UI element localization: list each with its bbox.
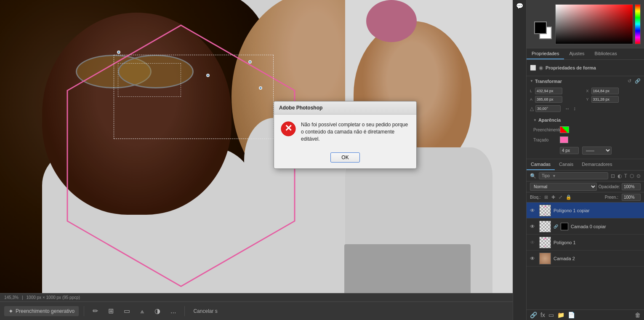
X-input[interactable] — [591, 88, 619, 94]
comment-icon[interactable]: 💬 — [516, 3, 523, 9]
transform-label: Transformar — [535, 79, 562, 84]
L-label: L — [530, 89, 534, 93]
lock-label: Bloq.: — [530, 195, 541, 200]
visibility-icon[interactable]: 👁 — [530, 224, 537, 229]
stroke-label: Traçado — [533, 138, 556, 142]
L-input[interactable] — [535, 88, 562, 94]
filter-chevron: ▼ — [552, 174, 556, 178]
hue-slider[interactable] — [635, 4, 641, 44]
Y-label: Y — [586, 97, 591, 101]
fill-row: Preenchimento — [530, 125, 641, 135]
appearance-header[interactable]: ▼ Aparência — [530, 115, 641, 125]
X-label: X — [586, 89, 591, 93]
lock-row: Bloq.: ⊞ ✚ ⤢ 🔒 Preen.: — [527, 192, 644, 203]
layer-thumbnail — [539, 221, 551, 232]
angle-row: △ ↔ ↕ — [527, 104, 644, 113]
layer-name: Polígono 1 copiar — [554, 208, 641, 213]
stroke-swatch[interactable] — [560, 136, 568, 143]
layers-toolbar: 🔍 Tipo ▼ ⊡ ◐ T ⬡ ⊙ — [527, 171, 644, 181]
visibility-icon[interactable]: 👁 — [530, 240, 537, 245]
filter-label: Tipo — [542, 173, 550, 178]
layer-item[interactable]: 👁 🔗 Camada 0 copiar — [527, 219, 644, 235]
transform-X-cell: X — [586, 88, 641, 94]
layer-type-icon[interactable]: T — [624, 173, 627, 179]
fill-swatch[interactable] — [560, 126, 569, 133]
ok-button[interactable]: OK — [330, 152, 360, 163]
layer-adjust-icon[interactable]: ◐ — [617, 173, 622, 179]
reset-transform-icon[interactable]: ↺ — [628, 78, 631, 84]
Y-input[interactable] — [591, 96, 619, 103]
angle-input[interactable] — [535, 105, 561, 112]
transform-section: ▼ Transformar ↺ 🔗 L X A — [527, 76, 644, 113]
transform-L-cell: L — [530, 88, 585, 94]
layer-shape-icon[interactable]: ⬡ — [630, 173, 634, 179]
svg-text:✕: ✕ — [285, 123, 292, 133]
A-input[interactable] — [535, 96, 562, 103]
stroke-row: Traçado — [530, 135, 641, 145]
properties-header-row: ⬜ ◉ Propriedades de forma — [530, 63, 641, 72]
canvas-area: ✦ Preenchimento generativo ✏ ⊞ ▭ ⟁ ◑ ...… — [0, 0, 513, 320]
add-fx-button[interactable]: fx — [540, 312, 545, 318]
tab-layers[interactable]: Camadas — [527, 159, 555, 170]
layer-thumbnail — [539, 237, 551, 248]
transform-Y-cell: Y — [586, 96, 641, 103]
tab-adjustments[interactable]: Ajustes — [564, 48, 589, 59]
layer-smart-icon[interactable]: ⊙ — [636, 173, 641, 179]
camera-icon: ◉ — [539, 65, 543, 71]
flip-v-icon[interactable]: ↕ — [573, 106, 576, 112]
icon-strip: 💬 — [513, 0, 526, 320]
layer-item[interactable]: 👁 Polígono 1 — [527, 235, 644, 251]
transform-header[interactable]: ▼ Transformar ↺ 🔗 — [527, 76, 644, 86]
tab-libraries[interactable]: Bibliotecas — [590, 48, 622, 59]
lock-pixels-icon[interactable]: ⊞ — [544, 195, 548, 200]
layer-name: Polígono 1 — [554, 240, 641, 245]
transform-A-cell: A — [530, 96, 585, 103]
layers-list: 👁 Polígono 1 copiar 👁 — [527, 203, 644, 309]
lock-artboard-icon[interactable]: ⤢ — [559, 195, 562, 200]
lock-position-icon[interactable]: ✚ — [551, 195, 555, 200]
transform-chevron: ▼ — [530, 79, 533, 83]
delete-layer-button[interactable]: 🗑 — [635, 312, 641, 318]
new-group-button[interactable]: 📁 — [557, 312, 564, 318]
tab-channels[interactable]: Canais — [555, 159, 577, 170]
lock-all-icon[interactable]: 🔒 — [566, 195, 572, 200]
new-layer-button[interactable]: 📄 — [568, 312, 575, 318]
visibility-icon[interactable]: 👁 — [530, 256, 537, 261]
transform-grid: L X A Y — [527, 86, 644, 104]
error-icon: ✕ — [281, 121, 296, 136]
layer-kind-icon[interactable]: ⊡ — [611, 173, 615, 179]
blend-row: Normal Opacidade: — [527, 181, 644, 192]
dialog-content: ✕ Não foi possível completar o seu pedid… — [274, 115, 416, 149]
appearance-section: ▼ Aparência Preenchimento Traçado —— — [527, 113, 644, 159]
dialog-title: Adobe Photoshop — [274, 101, 416, 115]
fg-color-swatch[interactable] — [534, 21, 547, 34]
layers-panel: Camadas Canais Demarcadores 🔍 Tipo ▼ ⊡ ◐… — [527, 159, 644, 320]
dialog-buttons: OK — [274, 149, 416, 168]
fill-pct-input[interactable] — [622, 194, 641, 201]
right-panel: Propriedades Ajustes Bibliotecas ⬜ ◉ Pro… — [526, 0, 644, 320]
link-transform-icon[interactable]: 🔗 — [635, 78, 641, 84]
layer-item[interactable]: 👁 Camada 2 — [527, 251, 644, 267]
layer-link-icon: 🔗 — [554, 224, 558, 229]
flip-h-icon[interactable]: ↔ — [565, 106, 570, 112]
appearance-chevron: ▼ — [533, 118, 537, 122]
search-icon: 🔍 — [530, 173, 536, 179]
tab-markers[interactable]: Demarcadores — [577, 159, 616, 170]
visibility-icon[interactable]: 👁 — [530, 208, 537, 213]
blend-mode-dropdown[interactable]: Normal — [530, 183, 597, 191]
opacity-label: Opacidade: — [599, 184, 620, 189]
tab-properties[interactable]: Propriedades — [527, 48, 564, 59]
stroke-size-input[interactable] — [560, 147, 579, 154]
fill-label: Preenchimento — [533, 128, 556, 132]
link-layers-button[interactable]: 🔗 — [530, 312, 537, 318]
dialog-message: Não foi possível completar o seu pedido … — [301, 121, 410, 142]
color-gradient-area[interactable] — [555, 4, 633, 44]
layer-item[interactable]: 👁 Polígono 1 copiar — [527, 203, 644, 219]
opacity-input[interactable] — [622, 183, 641, 190]
fill-pct-label: Preen.: — [605, 195, 618, 200]
panel-tabs: Propriedades Ajustes Bibliotecas — [527, 48, 644, 60]
angle-icon: △ — [530, 106, 534, 112]
stroke-style-select[interactable]: —— - - - · · · — [582, 147, 612, 155]
add-mask-button[interactable]: ▭ — [548, 312, 554, 318]
layer-name: Camada 2 — [554, 256, 641, 261]
